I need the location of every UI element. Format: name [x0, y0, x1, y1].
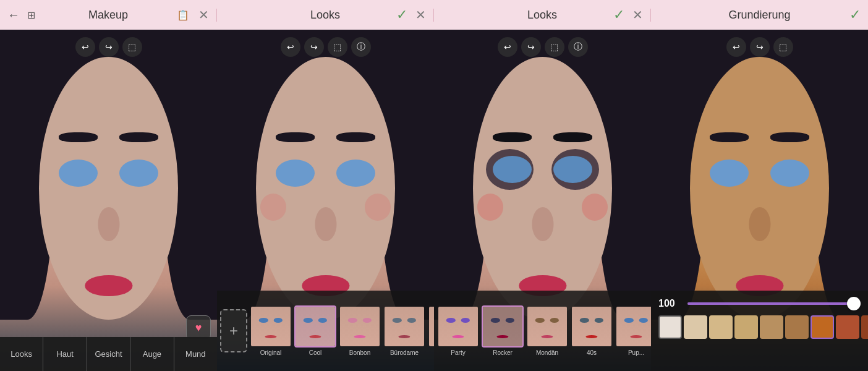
slider-track[interactable] — [687, 302, 861, 305]
slider-thumb[interactable] — [847, 297, 861, 310]
look-item-mondan[interactable]: Mondän — [526, 305, 568, 356]
look-label-bonbon: Bonbon — [349, 349, 370, 356]
panel1-toolbar: ↩ ↪ ⬚ — [75, 37, 142, 57]
look-label-burodame: Bürodame — [390, 349, 419, 356]
add-look-button[interactable]: + — [220, 309, 247, 352]
crop-button-2[interactable]: ⬚ — [328, 37, 347, 57]
redo-button-1[interactable]: ↪ — [99, 37, 119, 57]
look-label-party: Party — [451, 349, 465, 356]
look-item-burodame[interactable]: Bürodame — [383, 305, 425, 356]
look-label-cool: Cool — [309, 349, 322, 356]
look-label-pup: Pup... — [628, 349, 644, 356]
looks-title-1: Looks — [310, 9, 340, 22]
panel2-toolbar: ↩ ↪ ⬚ ⓘ — [281, 37, 371, 57]
redo-button-3[interactable]: ↪ — [521, 37, 541, 57]
panel3-toolbar: ↩ ↪ ⬚ ⓘ — [498, 37, 588, 57]
heart-button[interactable]: ♥ — [186, 315, 211, 340]
look-label-40s: 40s — [587, 349, 597, 356]
notes-button[interactable]: 📋 — [172, 7, 194, 23]
color-swatch-2[interactable] — [709, 315, 733, 339]
look-label-original: Original — [260, 349, 281, 356]
undo-button-1[interactable]: ↩ — [75, 37, 95, 57]
close-looks-1-button[interactable]: ✕ — [411, 5, 431, 25]
look-item-rocker[interactable]: Rocker — [482, 305, 524, 356]
crop-button-4[interactable]: ⬚ — [773, 37, 793, 57]
look-thumb-cool — [294, 305, 336, 348]
tab-mund[interactable]: Mund — [174, 337, 217, 371]
color-swatch-0[interactable] — [658, 315, 682, 339]
color-swatch-7[interactable] — [836, 315, 859, 339]
info-button-2[interactable]: ⓘ — [351, 37, 371, 57]
close-looks-2-button[interactable]: ✕ — [628, 5, 648, 25]
panel-rocker: ↩ ↪ ⬚ ⓘ Party — [434, 30, 651, 371]
slider-fill — [687, 302, 861, 305]
panel4-toolbar: ↩ ↪ ⬚ — [726, 37, 793, 57]
look-thumb-party — [437, 305, 479, 348]
color-swatch-1[interactable] — [684, 315, 707, 339]
color-swatch-8[interactable] — [861, 315, 868, 339]
look-thumb-rocker — [482, 305, 524, 348]
check-looks-2-button[interactable]: ✓ — [608, 4, 629, 25]
color-swatches-row — [658, 315, 861, 339]
look-item-isch[interactable]: ...isch — [428, 305, 434, 356]
undo-button-3[interactable]: ↩ — [498, 37, 517, 57]
look-label-mondan: Mondän — [536, 349, 558, 356]
color-swatch-5[interactable] — [785, 315, 809, 339]
panel-original: ↩ ↪ ⬚ ♥ Looks Haut Gesicht Auge Mund — [0, 30, 217, 371]
look-label-rocker: Rocker — [493, 349, 513, 356]
looks-thumbnails-bar: + Original — [217, 291, 434, 371]
back-button[interactable]: ← — [2, 6, 25, 25]
main-content: ↩ ↪ ⬚ ♥ Looks Haut Gesicht Auge Mund — [0, 30, 868, 371]
color-swatch-4[interactable] — [760, 315, 783, 339]
panel-foundation: ↩ ↪ ⬚ 100 — [651, 30, 868, 371]
info-button-3[interactable]: ⓘ — [568, 37, 588, 57]
look-thumb-mondan — [526, 305, 568, 348]
foundation-panel: 100 — [651, 291, 868, 371]
look-thumb-bonbon — [339, 305, 381, 348]
redo-button-2[interactable]: ↪ — [304, 37, 324, 57]
tab-haut[interactable]: Haut — [43, 337, 87, 371]
look-item-pup[interactable]: Pup... — [615, 305, 651, 356]
undo-button-2[interactable]: ↩ — [281, 37, 300, 57]
color-swatch-6[interactable] — [811, 315, 834, 339]
header-section-makeup: ← ⊞ Makeup 📋 ✕ — [0, 9, 217, 22]
face-overlay-1 — [0, 30, 217, 371]
look-item-cool[interactable]: Cool — [294, 305, 336, 356]
tab-looks[interactable]: Looks — [0, 337, 43, 371]
look-item-original[interactable]: Original — [250, 305, 292, 356]
check-looks-1-button[interactable]: ✓ — [391, 4, 412, 25]
check-grundierung-button[interactable]: ✓ — [845, 4, 866, 25]
header-section-grundierung: Grundierung ✓ — [651, 9, 868, 22]
look-item-bonbon[interactable]: Bonbon — [339, 305, 381, 356]
slider-row: 100 — [658, 298, 861, 309]
look-item-party[interactable]: Party — [437, 305, 479, 356]
face-image-1 — [0, 30, 217, 371]
look-item-40s[interactable]: 40s — [571, 305, 613, 356]
slider-value-label: 100 — [658, 298, 680, 309]
looks-title-2: Looks — [527, 9, 557, 22]
look-thumb-isch — [428, 305, 434, 348]
makeup-title: Makeup — [88, 9, 128, 22]
look-thumb-burodame — [383, 305, 425, 348]
color-swatch-3[interactable] — [734, 315, 758, 339]
panel1-icon-area: ♥ — [186, 315, 211, 340]
grundierung-title: Grundierung — [728, 9, 790, 22]
look-thumb-pup — [615, 305, 651, 348]
grid-icon-button[interactable]: ⊞ — [22, 7, 40, 23]
tab-gesicht[interactable]: Gesicht — [87, 337, 130, 371]
undo-button-4[interactable]: ↩ — [726, 37, 746, 57]
panel-cool: ↩ ↪ ⬚ ⓘ + Original — [217, 30, 434, 371]
crop-button-1[interactable]: ⬚ — [122, 37, 142, 57]
header-section-looks-2: Looks ✓ ✕ — [434, 9, 651, 22]
crop-button-3[interactable]: ⬚ — [545, 37, 564, 57]
tabs-bar: Looks Haut Gesicht Auge Mund — [0, 337, 217, 371]
look-thumb-40s — [571, 305, 613, 348]
redo-button-4[interactable]: ↪ — [750, 37, 770, 57]
more-looks-thumbnails-bar: Party Rocker — [434, 291, 651, 371]
header-section-looks-1: Looks ✓ ✕ — [217, 9, 434, 22]
tab-auge[interactable]: Auge — [130, 337, 174, 371]
header-bar: ← ⊞ Makeup 📋 ✕ Looks ✓ ✕ Looks ✓ ✕ Grund… — [0, 0, 868, 30]
close-makeup-button[interactable]: ✕ — [194, 5, 214, 25]
app-container: ← ⊞ Makeup 📋 ✕ Looks ✓ ✕ Looks ✓ ✕ Grund… — [0, 0, 868, 371]
look-thumb-original — [250, 305, 292, 348]
